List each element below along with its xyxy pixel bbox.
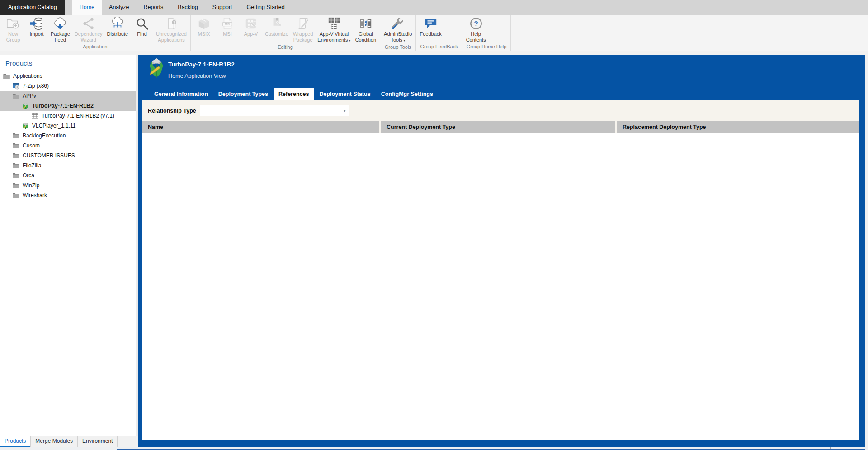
wrapped-package-icon [296, 16, 310, 30]
column-header-current-deployment-type[interactable]: Current Deployment Type [381, 121, 615, 133]
ribbon-group-buttons: Feedback [417, 15, 460, 43]
tree-item-backlogexecution[interactable]: BacklogExecution [0, 131, 136, 141]
column-header-replacement-deployment-type[interactable]: Replacement Deployment Type [617, 121, 859, 133]
ribbon-button-label: AdminStudio Tools▾ [384, 31, 412, 43]
chevron-down-icon: ▾ [403, 38, 405, 43]
tree-item-turbopay-7-1-en-r1b2-v7-1[interactable]: TurboPay-7.1-EN-R1B2 (v7.1) [0, 111, 136, 121]
menubar: Application Catalog HomeAnalyzeReportsBa… [0, 0, 868, 15]
ribbon-button-package-feed[interactable]: Package Feed [48, 16, 72, 43]
ribbon-button-label: Unrecognized Applications [156, 31, 187, 43]
ribbon-group-label: Editing [192, 44, 378, 51]
package-feed-icon [53, 16, 67, 30]
ribbon-gap [0, 51, 868, 55]
tree-item-label: TurboPay-7.1-EN-R1B2 [32, 103, 94, 109]
references-content: Relationship Type ▾ NameCurrent Deployme… [142, 100, 859, 440]
tree-item-filezilla[interactable]: FileZilla [0, 161, 136, 171]
tree-item-customer-issues[interactable]: CUSTOMER ISSUES [0, 151, 136, 161]
tree-item-label: 7-Zip (x86) [23, 83, 49, 89]
ribbon-button-app-v: App-V [239, 16, 263, 38]
distribute-icon [111, 16, 124, 30]
ribbon-button-adminstudio-tools[interactable]: AdminStudio Tools▾ [382, 16, 414, 44]
tab-configmgr-settings[interactable]: ConfigMgr Settings [376, 88, 438, 100]
tree-item-wireshark[interactable]: Wireshark [0, 190, 136, 200]
global-condition-icon [359, 16, 373, 30]
folder-icon [12, 152, 20, 159]
menu-tab-home[interactable]: Home [72, 0, 102, 15]
ribbon-group-label: Group Home Help [464, 43, 509, 51]
tree-item-label: APPv [23, 93, 36, 99]
ribbon-group-buttons: New GroupImportPackage FeedDependency Wi… [1, 15, 189, 43]
tree-item-winzip[interactable]: WinZip [0, 180, 136, 190]
ribbon-button-label: Distribute [107, 31, 128, 37]
products-sidebar: Products Applications7-Zip (x86)APPvTurb… [0, 55, 136, 436]
application-catalog-menu[interactable]: Application Catalog [0, 0, 65, 15]
menu-tab-getting-started[interactable]: Getting Started [240, 0, 292, 15]
svg-text:?: ? [474, 19, 478, 27]
menu-tab-reports[interactable]: Reports [137, 0, 171, 15]
ribbon-button-import[interactable]: Import [25, 16, 48, 38]
ribbon-group-buttons: ?Help Contents [464, 15, 509, 43]
ribbon-button-label: Help Contents [466, 31, 486, 43]
tab-general-information[interactable]: General Information [149, 88, 213, 100]
tree-item-7-zip-x86[interactable]: 7-Zip (x86) [0, 81, 136, 91]
tree-item-label: TurboPay-7.1-EN-R1B2 (v7.1) [42, 113, 114, 119]
application-view-panel: TurboPay-7.1-EN-R1B2 Home Application Vi… [138, 55, 865, 447]
feedback-icon [424, 16, 438, 30]
ribbon-button-label: Find [137, 31, 146, 37]
tree-item-label: BacklogExecution [23, 133, 66, 139]
ribbon-button-label: Feedback [420, 31, 441, 37]
menu-tab-backlog[interactable]: Backlog [170, 0, 205, 15]
bottom-tab-merge-modules[interactable]: Merge Modules [31, 436, 78, 447]
tree-item-cusom[interactable]: Cusom [0, 141, 136, 151]
menu-tab-analyze[interactable]: Analyze [102, 0, 136, 15]
ribbon-button-find[interactable]: Find [130, 16, 154, 38]
relationship-type-label: Relationship Type [148, 108, 196, 114]
menu-tab-support[interactable]: Support [205, 0, 240, 15]
svg-text:MSI: MSI [225, 22, 230, 25]
ribbon-button-feedback[interactable]: Feedback [417, 16, 443, 38]
grid-icon [31, 112, 39, 119]
references-table-body [142, 133, 859, 440]
tree-item-label: Applications [13, 73, 42, 79]
application-view-subtitle: Home Application View [168, 73, 226, 79]
ribbon-button-label: App-V Virtual Environments▾ [317, 31, 350, 43]
ribbon-button-label: Global Condition [355, 31, 376, 43]
ribbon-button-app-v-virtual-environments[interactable]: App-V Virtual Environments▾ [315, 16, 353, 44]
tree-item-label: VLCPlayer_1.1.11 [32, 123, 76, 129]
ribbon-button-distribute[interactable]: Distribute [105, 16, 130, 38]
application-icon [12, 82, 20, 90]
folder-icon [12, 182, 20, 189]
ribbon-button-new-group: New Group [1, 16, 25, 43]
ribbon-button-help-contents[interactable]: ?Help Contents [464, 16, 488, 43]
bottom-tab-products[interactable]: Products [0, 436, 31, 447]
dependency-wizard-icon [82, 16, 95, 30]
ribbon-button-label: MSIX [198, 31, 210, 37]
tree-item-vlcplayer-1-1-11[interactable]: VLCPlayer_1.1.11 [0, 121, 136, 131]
ribbon-group-group-home-help: ?Help ContentsGroup Home Help [462, 15, 511, 51]
import-icon [30, 16, 43, 30]
application-window: Application Catalog HomeAnalyzeReportsBa… [0, 0, 868, 450]
column-header-name[interactable]: Name [142, 121, 379, 133]
ribbon-button-global-condition[interactable]: Global Condition [353, 16, 378, 43]
ribbon-button-dependency-wizard: Dependency Wizard [72, 16, 105, 43]
package-icon [22, 102, 29, 109]
ribbon-group-label: Group FeedBack [417, 43, 460, 51]
tab-references[interactable]: References [274, 88, 314, 100]
tree-item-label: Wireshark [23, 192, 47, 199]
tree-item-applications[interactable]: Applications [0, 71, 136, 81]
bottom-tab-environment[interactable]: Environment [78, 436, 118, 447]
ribbon-button-label: Import [29, 31, 43, 37]
ribbon-button-msix: MSIX [192, 16, 216, 38]
unrecognized-applications-icon: ? [165, 16, 178, 30]
ribbon-button-msi: MSIMSI [216, 16, 239, 38]
tree-item-appv[interactable]: APPv [0, 91, 136, 101]
tab-deployment-status[interactable]: Deployment Status [314, 88, 375, 100]
tab-deployment-types[interactable]: Deployment Types [213, 88, 273, 100]
svg-text:?: ? [173, 20, 175, 24]
relationship-type-combobox[interactable]: ▾ [200, 105, 349, 116]
tree-item-turbopay-7-1-en-r1b2[interactable]: TurboPay-7.1-EN-R1B2 [0, 101, 136, 111]
tree-item-orca[interactable]: Orca [0, 171, 136, 180]
ribbon-group-buttons: AdminStudio Tools▾ [382, 15, 414, 44]
ribbon-button-label: Dependency Wizard [75, 31, 103, 43]
chevron-down-icon[interactable]: ▾ [340, 108, 349, 113]
